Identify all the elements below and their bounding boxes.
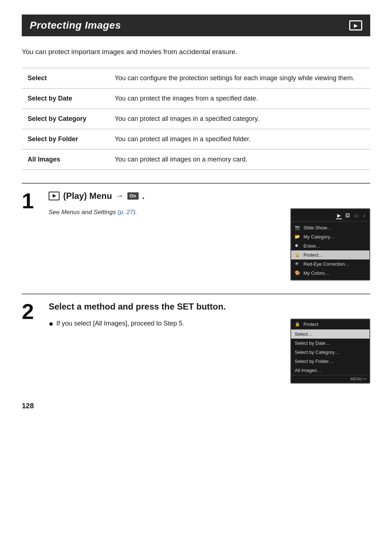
table-term: Select by Category bbox=[22, 109, 109, 129]
step-1-title: ▶ (Play) Menu → On . bbox=[49, 190, 370, 201]
protect-screen-header: 🔒 Protect bbox=[291, 319, 369, 330]
table-row: Select by Date You can protect the image… bbox=[22, 89, 370, 109]
redeye-icon: 👁 bbox=[295, 261, 301, 266]
mycategory-icon: 📂 bbox=[295, 234, 301, 239]
step-2-bullet: ● If you select [All Images], proceed to… bbox=[49, 319, 279, 329]
cam-item-mycategory: 📂 My Category… bbox=[291, 232, 369, 241]
step-1-number: 1 bbox=[22, 190, 40, 212]
info-table: Select You can configure the protection … bbox=[22, 68, 370, 170]
protect-item-folder[interactable]: Select by Folder… bbox=[291, 357, 369, 366]
table-row: Select by Category You can protect all i… bbox=[22, 109, 370, 129]
protect-screen: 🔒 Protect Select… Select by Date… Select… bbox=[290, 319, 370, 384]
ref-link[interactable]: (p. 27) bbox=[118, 209, 135, 216]
camera-screen-tabs: ▶ 🖼 ↕↕ ♪ bbox=[291, 211, 369, 222]
cam-item-slideshow-label: Slide Show… bbox=[303, 225, 332, 230]
step-1-ref-text: See Menus and Settings (p. 27). bbox=[49, 209, 137, 216]
table-description: You can protect the images from a specif… bbox=[109, 89, 370, 109]
step-1: 1 ▶ (Play) Menu → On . See Menus and Set… bbox=[22, 183, 370, 280]
step-1-body: See Menus and Settings (p. 27). ▶ 🖼 ↕↕ ♪… bbox=[49, 208, 370, 281]
table-term: Select by Folder bbox=[22, 129, 109, 150]
step-2-title: Select a method and press the SET button… bbox=[49, 301, 370, 312]
arrow-symbol: → bbox=[116, 191, 124, 201]
cam-item-redeye: 👁 Red-Eye Correction… bbox=[291, 259, 369, 269]
cam-tab-photo: 🖼 bbox=[344, 212, 351, 219]
cam-item-slideshow: 📷 Slide Show… bbox=[291, 223, 369, 232]
protect-header-icon: 🔒 bbox=[295, 322, 301, 327]
table-row: All Images You can protect all images on… bbox=[22, 150, 370, 170]
table-description: You can protect all images in a specifie… bbox=[109, 109, 370, 129]
cam-item-mycolors: 🎨 My Colors… bbox=[291, 269, 369, 278]
step-1-content: ▶ (Play) Menu → On . See Menus and Setti… bbox=[49, 190, 370, 280]
page-header: Protecting Images bbox=[22, 15, 370, 36]
protect-screen-footer: MENU ↩ bbox=[291, 375, 369, 383]
step-2-body: ● If you select [All Images], proceed to… bbox=[49, 319, 370, 384]
protect-item-select[interactable]: Select… bbox=[291, 330, 369, 339]
table-description: You can protect all images in a specifie… bbox=[109, 129, 370, 150]
page-number: 128 bbox=[22, 402, 370, 410]
step-2-number: 2 bbox=[22, 301, 40, 323]
step-1-italic-ref: See Menus and Settings (p. 27). bbox=[49, 208, 279, 216]
cam-tab-settings: ↕↕ bbox=[353, 212, 360, 219]
menu-footer-label: MENU ↩ bbox=[351, 377, 367, 381]
play-icon-inline: ▶ bbox=[49, 192, 60, 200]
table-description: You can configure the protection setting… bbox=[109, 68, 370, 89]
cam-tab-play: ▶ bbox=[336, 212, 342, 219]
cam-item-mycategory-label: My Category… bbox=[303, 234, 335, 240]
table-term: All Images bbox=[22, 150, 109, 170]
cam-item-mycolors-label: My Colors… bbox=[303, 270, 330, 276]
cam-item-erase-label: Erase… bbox=[303, 243, 320, 249]
step-2-bullet-text: If you select [All Images], proceed to S… bbox=[56, 319, 184, 328]
cam-tab-sound: ♪ bbox=[362, 212, 367, 219]
table-term: Select by Date bbox=[22, 89, 109, 109]
step-2: 2 Select a method and press the SET butt… bbox=[22, 294, 370, 384]
cam-item-protect[interactable]: 🔒 Protect… bbox=[291, 250, 369, 259]
camera-screen-step1: ▶ 🖼 ↕↕ ♪ 📷 Slide Show… 📂 My Category… ✱ … bbox=[290, 208, 370, 281]
step-2-text: ● If you select [All Images], proceed to… bbox=[49, 319, 279, 329]
slideshow-icon: 📷 bbox=[295, 225, 301, 230]
table-description: You can protect all images on a memory c… bbox=[109, 150, 370, 170]
cam-item-protect-label: Protect… bbox=[303, 252, 323, 258]
table-row: Select by Folder You can protect all ima… bbox=[22, 129, 370, 150]
bullet-dot: ● bbox=[49, 319, 53, 329]
cam-item-erase: ✱ Erase… bbox=[291, 241, 369, 250]
page-title: Protecting Images bbox=[30, 20, 121, 31]
erase-icon: ✱ bbox=[295, 243, 301, 248]
intro-text: You can protect important images and mov… bbox=[22, 46, 370, 57]
on-icon: On bbox=[127, 192, 139, 200]
step-1-title-dot: . bbox=[142, 190, 145, 201]
protect-header-label: Protect bbox=[303, 322, 318, 327]
mycolors-icon: 🎨 bbox=[295, 270, 301, 275]
table-row: Select You can configure the protection … bbox=[22, 68, 370, 89]
protect-item-category[interactable]: Select by Category… bbox=[291, 348, 369, 357]
protect-item-date[interactable]: Select by Date… bbox=[291, 339, 369, 348]
table-term: Select bbox=[22, 68, 109, 89]
play-icon-header bbox=[349, 20, 362, 30]
protect-icon: 🔒 bbox=[295, 252, 301, 257]
step-1-title-text: (Play) Menu bbox=[63, 190, 112, 201]
cam-item-redeye-label: Red-Eye Correction… bbox=[303, 261, 350, 267]
protect-item-allimages[interactable]: All Images… bbox=[291, 366, 369, 375]
step-2-content: Select a method and press the SET button… bbox=[49, 301, 370, 384]
